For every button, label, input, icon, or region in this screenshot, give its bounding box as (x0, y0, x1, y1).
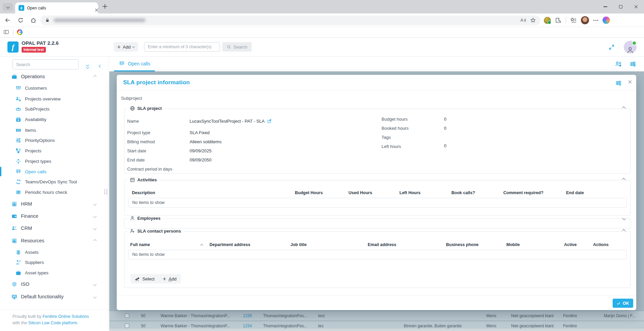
diamonds-icon (16, 158, 21, 164)
wallet-icon (11, 213, 17, 219)
sidebar-item-suppliers[interactable]: Suppliers (0, 257, 109, 267)
dialog-settings-button[interactable] (615, 80, 622, 86)
sidebar-item-availability[interactable]: Availability (0, 114, 109, 124)
activities-legend: Activities (127, 177, 160, 182)
row-checkbox (125, 324, 129, 328)
id-badge-icon (16, 249, 21, 255)
close-icon (634, 5, 638, 9)
sidebar-item-projects-overview[interactable]: Projects overview (0, 94, 109, 104)
app-title: OPAL PAT 2.2.6 (22, 40, 59, 46)
arrow-left-icon (5, 17, 11, 23)
sidebar-item-customers[interactable]: Customers (0, 83, 109, 93)
sidebar-item-items[interactable]: Items (0, 125, 109, 135)
sidebar-panel-icon[interactable] (3, 30, 9, 35)
row-checkbox (125, 313, 129, 318)
field-left-hours: Left hours 0 (382, 144, 446, 149)
collapse-section-button[interactable] (622, 178, 626, 182)
sidebar-group-finance[interactable]: Finance (0, 211, 109, 221)
bar-chart-icon (11, 238, 17, 244)
back-button[interactable] (5, 17, 11, 23)
sound-waves-icon (524, 18, 526, 23)
global-add-button[interactable]: Add (114, 42, 138, 52)
calendar-x-icon (16, 117, 21, 122)
chevron-down-icon (132, 45, 135, 48)
sortable-column-full-name[interactable]: Full name (130, 242, 150, 247)
expand-icon (609, 44, 615, 50)
add-contact-button[interactable]: Add (158, 274, 181, 283)
chevron-down-icon (93, 214, 97, 218)
sla-contact-persons-section: SLA contact persons Full name Department… (124, 231, 631, 288)
close-window-button[interactable] (628, 0, 644, 13)
person-icon (130, 216, 135, 221)
field-end-date: End date 09/09/2050 (127, 157, 212, 162)
collapse-section-button[interactable] (622, 229, 626, 233)
maximize-button[interactable] (613, 0, 628, 13)
lock-icon (45, 18, 50, 23)
sidebar-group-hrm[interactable]: HRM (0, 199, 109, 209)
external-link-icon[interactable] (267, 119, 272, 123)
sidebar-item-subprojects[interactable]: SubProjects (0, 104, 109, 114)
sidebar-item-asset-types[interactable]: Asset types (0, 268, 109, 278)
chevron-down-icon (93, 295, 97, 298)
refresh-button[interactable] (18, 17, 24, 23)
filter-sliders-icon[interactable] (629, 61, 636, 67)
scrollbar-track[interactable] (109, 329, 644, 331)
global-search-button[interactable]: Search (222, 42, 252, 52)
tab-open-calls[interactable]: Open calls (114, 57, 155, 71)
new-tab-button[interactable] (102, 3, 109, 10)
favorite-star-button[interactable] (530, 18, 536, 23)
copilot-icon[interactable] (603, 17, 610, 24)
tab-search-button[interactable] (3, 3, 13, 11)
sidebar-group-crm[interactable]: CRM (0, 223, 109, 233)
ok-button[interactable]: OK (613, 299, 633, 308)
url-bar[interactable]: A (40, 16, 540, 25)
star-icon (530, 18, 536, 23)
minimize-button[interactable] (597, 0, 613, 13)
browser-tab[interactable]: ê Open calls (15, 2, 98, 13)
tab-favicon: ê (19, 5, 24, 11)
extensions-puzzle-icon[interactable] (555, 17, 561, 23)
window-controls (597, 0, 644, 13)
user-avatar[interactable] (624, 41, 637, 54)
extension-badge-icon[interactable] (544, 17, 551, 24)
sidebar-item-project-types[interactable]: Project types (0, 156, 109, 166)
read-aloud-button[interactable]: A (521, 18, 526, 23)
sidebar-item-periodic-hours-check[interactable]: Periodic hours check (0, 187, 109, 197)
sidebar-item-priorityoptions[interactable]: PriorityOptions (0, 135, 109, 145)
expand-all-button[interactable] (86, 61, 89, 68)
sla-project-information-dialog: SLA project information Subproject SLA p… (117, 75, 636, 310)
sidebar-resize-handle[interactable] (104, 189, 107, 194)
call-number-link: 1234 (243, 324, 252, 328)
plus-icon (163, 277, 166, 281)
expand-section-button[interactable] (622, 216, 626, 220)
collapse-sidebar-button[interactable] (99, 63, 102, 69)
select-contact-button[interactable]: Select (131, 274, 159, 283)
chevron-down-icon (93, 202, 97, 206)
global-search-input[interactable] (144, 42, 220, 52)
browser-menu-button[interactable] (593, 20, 598, 21)
google-bookmark-icon[interactable] (17, 29, 23, 35)
sidebar-search-input[interactable] (12, 59, 79, 69)
maximize-icon (619, 5, 622, 8)
briefcase-small-icon (16, 270, 21, 276)
sidebar-group-resources[interactable]: Resources (0, 236, 109, 246)
manage-users-icon[interactable] (615, 61, 622, 67)
browser-profile-avatar[interactable] (581, 16, 589, 24)
fenetre-link[interactable]: Fenêtre Online Solutions (43, 314, 89, 319)
activities-empty-state: No items to show (129, 198, 627, 208)
collapse-section-button[interactable] (622, 107, 626, 110)
favorites-bar-icon[interactable] (570, 17, 577, 23)
home-button[interactable] (30, 17, 36, 23)
calendar-icon (130, 177, 135, 182)
field-booked-hours: Booked hours 0 (382, 126, 446, 131)
fullscreen-button[interactable] (609, 44, 615, 50)
sidebar-item-teams-devops-sync[interactable]: Teams/DevOps Sync Tool (0, 177, 109, 187)
sidebar-item-assets[interactable]: Assets (0, 247, 109, 257)
sidebar-group-operations[interactable]: Operations (0, 71, 109, 82)
sort-ascending-icon (200, 244, 203, 247)
sidebar-item-projects[interactable]: Projects (0, 146, 109, 156)
sidebar-item-open-calls[interactable]: Open calls (0, 167, 109, 177)
sidebar-group-default-functionality[interactable]: Default functionality (0, 292, 109, 302)
silicon-link[interactable]: Silicon Low Code platform (28, 321, 77, 325)
sidebar-group-iso[interactable]: ISO (0, 279, 109, 289)
